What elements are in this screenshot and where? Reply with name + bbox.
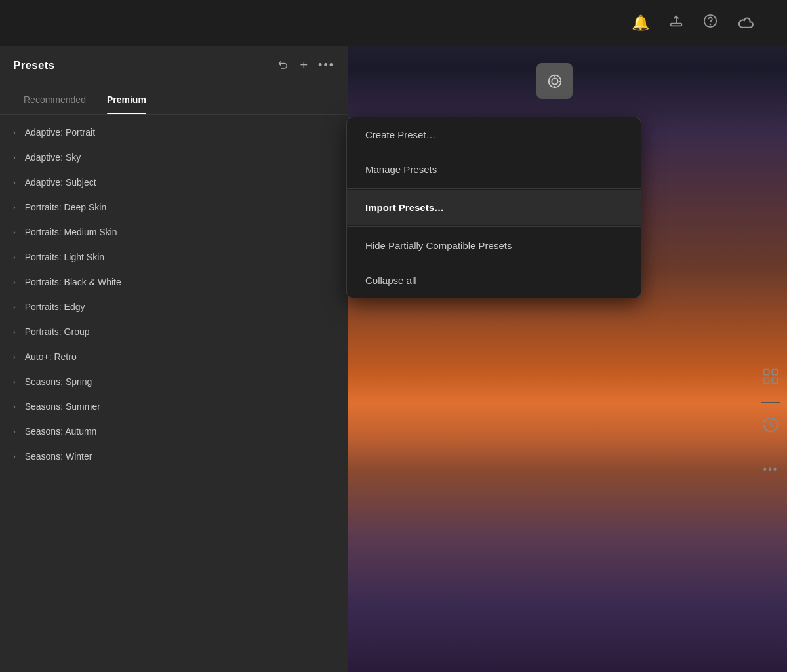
chevron-right-icon: ›	[13, 427, 16, 435]
panel-title: Presets	[13, 59, 55, 72]
svg-rect-8	[772, 378, 777, 383]
list-item[interactable]: › Adaptive: Portrait	[0, 120, 348, 145]
list-item[interactable]: › Portraits: Light Skin	[0, 245, 348, 269]
list-item[interactable]: › Seasons: Winter	[0, 444, 348, 469]
chevron-right-icon: ›	[13, 153, 16, 161]
collapse-all-menu-item[interactable]: Collapse all	[347, 263, 641, 298]
tab-premium[interactable]: Premium	[96, 85, 157, 114]
list-item[interactable]: › Seasons: Autumn	[0, 419, 348, 444]
dropdown-menu: Create Preset… Manage Presets Import Pre…	[346, 117, 641, 298]
menu-divider	[347, 188, 641, 189]
tabs-container: Recommended Premium	[0, 85, 348, 115]
tab-recommended[interactable]: Recommended	[13, 85, 96, 114]
chevron-right-icon: ›	[13, 178, 16, 186]
more-options-strip-icon[interactable]: •••	[763, 464, 778, 475]
help-icon[interactable]	[703, 14, 717, 32]
chevron-right-icon: ›	[13, 128, 16, 136]
chevron-right-icon: ›	[13, 353, 16, 361]
chevron-right-icon: ›	[13, 452, 16, 460]
list-item[interactable]: › Portraits: Black & White	[0, 269, 348, 294]
divider	[761, 402, 780, 403]
create-preset-menu-item[interactable]: Create Preset…	[347, 117, 641, 152]
divider	[761, 450, 780, 450]
list-item[interactable]: › Auto+: Retro	[0, 344, 348, 369]
chevron-right-icon: ›	[13, 203, 16, 211]
list-item[interactable]: › Seasons: Spring	[0, 369, 348, 394]
thumbnail-grid-icon[interactable]	[761, 367, 780, 389]
chevron-right-icon: ›	[13, 378, 16, 385]
bell-icon[interactable]: 🔔	[632, 14, 649, 31]
list-item[interactable]: › Portraits: Group	[0, 319, 348, 344]
more-options-icon[interactable]: •••	[318, 58, 334, 72]
right-strip-controls: •••	[761, 367, 780, 475]
add-preset-icon[interactable]: +	[300, 58, 308, 73]
menu-divider	[347, 226, 641, 227]
panel-controls: + •••	[277, 58, 334, 73]
chevron-right-icon: ›	[13, 328, 16, 336]
list-item[interactable]: › Seasons: Summer	[0, 394, 348, 419]
hide-compatible-menu-item[interactable]: Hide Partially Compatible Presets	[347, 228, 641, 263]
svg-rect-5	[764, 370, 769, 375]
svg-point-4	[552, 78, 557, 84]
top-toolbar: 🔔	[0, 0, 787, 46]
history-icon[interactable]	[761, 416, 780, 437]
list-item[interactable]: › Portraits: Deep Skin	[0, 195, 348, 220]
svg-point-3	[548, 75, 561, 87]
manage-presets-menu-item[interactable]: Manage Presets	[347, 152, 641, 187]
list-item[interactable]: › Adaptive: Subject	[0, 170, 348, 195]
upload-icon[interactable]	[669, 14, 683, 32]
presets-panel: Presets + ••• Recommended Premium › Adap…	[0, 46, 348, 672]
svg-rect-6	[772, 370, 777, 375]
preset-list: › Adaptive: Portrait › Adaptive: Sky › A…	[0, 115, 348, 474]
panel-header: Presets + •••	[0, 46, 348, 85]
chevron-right-icon: ›	[13, 253, 16, 261]
list-item[interactable]: › Portraits: Medium Skin	[0, 220, 348, 245]
svg-rect-0	[671, 24, 682, 26]
chevron-right-icon: ›	[13, 278, 16, 286]
list-item[interactable]: › Portraits: Edgy	[0, 294, 348, 319]
chevron-right-icon: ›	[13, 303, 16, 311]
svg-point-2	[710, 24, 711, 25]
cloud-icon[interactable]	[737, 14, 754, 32]
import-presets-menu-item[interactable]: Import Presets…	[347, 190, 641, 225]
active-tool-button[interactable]	[536, 63, 573, 99]
svg-rect-7	[764, 378, 769, 383]
chevron-right-icon: ›	[13, 228, 16, 236]
list-item[interactable]: › Adaptive: Sky	[0, 145, 348, 170]
undo-icon[interactable]	[277, 58, 289, 73]
chevron-right-icon: ›	[13, 403, 16, 410]
